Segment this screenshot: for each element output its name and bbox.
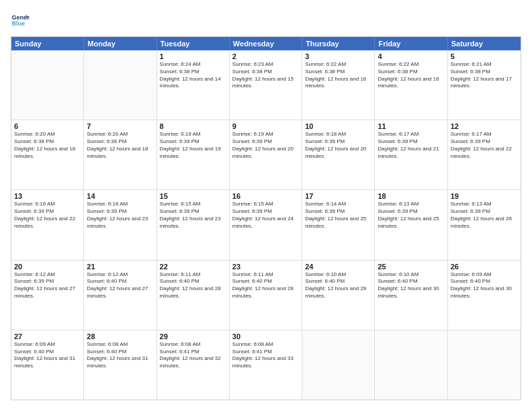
calendar-cell: 25Sunrise: 6:10 AM Sunset: 6:40 PM Dayli… — [375, 261, 447, 330]
day-number: 23 — [232, 263, 299, 271]
weekday-header-saturday: Saturday — [448, 37, 521, 50]
svg-text:Blue: Blue — [11, 20, 25, 27]
calendar-cell — [302, 330, 375, 400]
cell-details: Sunrise: 6:19 AM Sunset: 6:39 PM Dayligh… — [232, 131, 299, 160]
day-number: 24 — [305, 263, 371, 271]
calendar-week-1: 1Sunrise: 6:24 AM Sunset: 6:38 PM Daylig… — [11, 50, 521, 120]
weekday-header-sunday: Sunday — [11, 37, 84, 50]
day-number: 6 — [14, 122, 81, 130]
cell-details: Sunrise: 6:22 AM Sunset: 6:38 PM Dayligh… — [378, 61, 444, 90]
calendar-cell: 24Sunrise: 6:10 AM Sunset: 6:40 PM Dayli… — [302, 261, 375, 330]
page: General Blue SundayMondayTuesdayWednesda… — [0, 0, 532, 411]
day-number: 17 — [305, 192, 371, 200]
cell-details: Sunrise: 6:10 AM Sunset: 6:40 PM Dayligh… — [305, 271, 371, 300]
cell-details: Sunrise: 6:13 AM Sunset: 6:39 PM Dayligh… — [451, 201, 518, 230]
weekday-header-thursday: Thursday — [302, 37, 375, 50]
calendar-body: 1Sunrise: 6:24 AM Sunset: 6:38 PM Daylig… — [11, 50, 521, 400]
calendar-cell — [448, 330, 521, 400]
day-number: 20 — [14, 263, 81, 271]
cell-details: Sunrise: 6:17 AM Sunset: 6:39 PM Dayligh… — [451, 131, 518, 160]
cell-details: Sunrise: 6:12 AM Sunset: 6:40 PM Dayligh… — [87, 271, 153, 300]
cell-details: Sunrise: 6:20 AM Sunset: 6:38 PM Dayligh… — [87, 131, 153, 160]
day-number: 15 — [160, 192, 226, 200]
calendar-cell: 2Sunrise: 6:23 AM Sunset: 6:38 PM Daylig… — [230, 50, 302, 120]
calendar-cell — [11, 50, 84, 120]
calendar-cell: 8Sunrise: 6:19 AM Sunset: 6:39 PM Daylig… — [157, 120, 230, 189]
weekday-header-wednesday: Wednesday — [230, 37, 302, 50]
calendar-cell: 7Sunrise: 6:20 AM Sunset: 6:38 PM Daylig… — [84, 120, 157, 189]
day-number: 29 — [160, 332, 226, 340]
calendar-cell — [375, 330, 447, 400]
calendar-week-5: 27Sunrise: 6:09 AM Sunset: 6:40 PM Dayli… — [11, 330, 521, 400]
calendar-cell: 18Sunrise: 6:13 AM Sunset: 6:39 PM Dayli… — [375, 190, 447, 259]
cell-details: Sunrise: 6:08 AM Sunset: 6:40 PM Dayligh… — [87, 341, 153, 370]
day-number: 16 — [232, 192, 299, 200]
day-number: 2 — [232, 52, 299, 60]
calendar-cell: 12Sunrise: 6:17 AM Sunset: 6:39 PM Dayli… — [448, 120, 521, 189]
cell-details: Sunrise: 6:19 AM Sunset: 6:39 PM Dayligh… — [160, 131, 226, 160]
day-number: 19 — [451, 192, 518, 200]
calendar-cell: 27Sunrise: 6:09 AM Sunset: 6:40 PM Dayli… — [11, 330, 84, 400]
cell-details: Sunrise: 6:20 AM Sunset: 6:38 PM Dayligh… — [14, 131, 81, 160]
day-number: 27 — [14, 332, 81, 340]
logo: General Blue — [11, 11, 32, 30]
weekday-header-tuesday: Tuesday — [157, 37, 230, 50]
calendar-cell: 22Sunrise: 6:11 AM Sunset: 6:40 PM Dayli… — [157, 261, 230, 330]
day-number: 18 — [378, 192, 444, 200]
calendar-week-4: 20Sunrise: 6:12 AM Sunset: 6:39 PM Dayli… — [11, 261, 521, 330]
calendar-cell: 14Sunrise: 6:16 AM Sunset: 6:39 PM Dayli… — [84, 190, 157, 259]
day-number: 26 — [451, 263, 518, 271]
cell-details: Sunrise: 6:11 AM Sunset: 6:40 PM Dayligh… — [160, 271, 226, 300]
cell-details: Sunrise: 6:22 AM Sunset: 6:38 PM Dayligh… — [305, 61, 371, 90]
cell-details: Sunrise: 6:09 AM Sunset: 6:40 PM Dayligh… — [451, 271, 518, 300]
day-number: 30 — [232, 332, 299, 340]
calendar-week-3: 13Sunrise: 6:16 AM Sunset: 6:39 PM Dayli… — [11, 190, 521, 260]
calendar-header-row: SundayMondayTuesdayWednesdayThursdayFrid… — [11, 37, 521, 50]
day-number: 22 — [160, 263, 226, 271]
calendar-cell: 30Sunrise: 6:08 AM Sunset: 6:41 PM Dayli… — [230, 330, 302, 400]
weekday-header-monday: Monday — [84, 37, 157, 50]
calendar-cell: 15Sunrise: 6:15 AM Sunset: 6:39 PM Dayli… — [157, 190, 230, 259]
day-number: 10 — [305, 122, 371, 130]
calendar-cell: 19Sunrise: 6:13 AM Sunset: 6:39 PM Dayli… — [448, 190, 521, 259]
cell-details: Sunrise: 6:09 AM Sunset: 6:40 PM Dayligh… — [14, 341, 81, 370]
calendar-cell: 13Sunrise: 6:16 AM Sunset: 6:39 PM Dayli… — [11, 190, 84, 259]
cell-details: Sunrise: 6:17 AM Sunset: 6:39 PM Dayligh… — [378, 131, 444, 160]
day-number: 13 — [14, 192, 81, 200]
day-number: 9 — [232, 122, 299, 130]
day-number: 8 — [160, 122, 226, 130]
calendar: SundayMondayTuesdayWednesdayThursdayFrid… — [11, 36, 521, 400]
calendar-cell: 21Sunrise: 6:12 AM Sunset: 6:40 PM Dayli… — [84, 261, 157, 330]
cell-details: Sunrise: 6:08 AM Sunset: 6:41 PM Dayligh… — [160, 341, 226, 370]
cell-details: Sunrise: 6:15 AM Sunset: 6:39 PM Dayligh… — [232, 201, 299, 230]
cell-details: Sunrise: 6:11 AM Sunset: 6:40 PM Dayligh… — [232, 271, 299, 300]
calendar-cell: 11Sunrise: 6:17 AM Sunset: 6:39 PM Dayli… — [375, 120, 447, 189]
calendar-cell: 28Sunrise: 6:08 AM Sunset: 6:40 PM Dayli… — [84, 330, 157, 400]
day-number: 25 — [378, 263, 444, 271]
cell-details: Sunrise: 6:10 AM Sunset: 6:40 PM Dayligh… — [378, 271, 444, 300]
calendar-week-2: 6Sunrise: 6:20 AM Sunset: 6:38 PM Daylig… — [11, 120, 521, 190]
weekday-header-friday: Friday — [375, 37, 447, 50]
calendar-cell: 1Sunrise: 6:24 AM Sunset: 6:38 PM Daylig… — [157, 50, 230, 120]
calendar-cell: 29Sunrise: 6:08 AM Sunset: 6:41 PM Dayli… — [157, 330, 230, 400]
day-number: 21 — [87, 263, 153, 271]
cell-details: Sunrise: 6:24 AM Sunset: 6:38 PM Dayligh… — [160, 61, 226, 90]
calendar-cell: 16Sunrise: 6:15 AM Sunset: 6:39 PM Dayli… — [230, 190, 302, 259]
calendar-cell: 5Sunrise: 6:21 AM Sunset: 6:38 PM Daylig… — [448, 50, 521, 120]
day-number: 1 — [160, 52, 226, 60]
calendar-cell: 20Sunrise: 6:12 AM Sunset: 6:39 PM Dayli… — [11, 261, 84, 330]
day-number: 11 — [378, 122, 444, 130]
day-number: 3 — [305, 52, 371, 60]
cell-details: Sunrise: 6:18 AM Sunset: 6:39 PM Dayligh… — [305, 131, 371, 160]
cell-details: Sunrise: 6:13 AM Sunset: 6:39 PM Dayligh… — [378, 201, 444, 230]
cell-details: Sunrise: 6:21 AM Sunset: 6:38 PM Dayligh… — [451, 61, 518, 90]
cell-details: Sunrise: 6:12 AM Sunset: 6:39 PM Dayligh… — [14, 271, 81, 300]
calendar-cell: 23Sunrise: 6:11 AM Sunset: 6:40 PM Dayli… — [230, 261, 302, 330]
calendar-cell: 26Sunrise: 6:09 AM Sunset: 6:40 PM Dayli… — [448, 261, 521, 330]
calendar-cell — [84, 50, 157, 120]
cell-details: Sunrise: 6:16 AM Sunset: 6:39 PM Dayligh… — [14, 201, 81, 230]
cell-details: Sunrise: 6:14 AM Sunset: 6:39 PM Dayligh… — [305, 201, 371, 230]
day-number: 14 — [87, 192, 153, 200]
day-number: 5 — [451, 52, 518, 60]
day-number: 7 — [87, 122, 153, 130]
